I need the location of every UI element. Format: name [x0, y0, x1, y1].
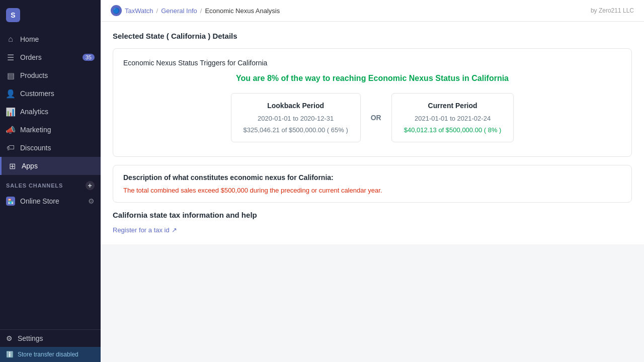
- description-text: The total combined sales exceed $500,000…: [123, 187, 621, 194]
- sidebar: S ⌂ Home ☰ Orders 35 ▤ Products 👤 Custom…: [0, 0, 101, 362]
- lookback-period-title: Lookback Period: [244, 102, 348, 110]
- orders-icon: ☰: [6, 53, 15, 62]
- sidebar-bottom: ⚙ Settings ℹ️ Store transfer disabled: [0, 329, 101, 362]
- taxwatch-icon: 🔵: [111, 5, 122, 16]
- add-channel-button[interactable]: +: [86, 181, 95, 190]
- sidebar-nav-item-discounts[interactable]: 🏷 Discounts: [0, 139, 101, 157]
- sidebar-logo: S: [0, 0, 101, 30]
- period-comparison: Lookback Period 2020-01-01 to 2020-12-31…: [123, 93, 621, 142]
- info-icon: ℹ️: [6, 351, 14, 358]
- nexus-status-text: You are 8% of the way to reaching Econom…: [123, 74, 621, 83]
- main-area: 🔵 TaxWatch / General Info / Economic Nex…: [101, 0, 644, 362]
- breadcrumb-sep-1: /: [156, 7, 158, 15]
- customers-icon: 👤: [6, 89, 15, 98]
- sales-channels-header: SALES CHANNELS +: [0, 175, 101, 192]
- breadcrumb-taxwatch[interactable]: TaxWatch: [125, 7, 153, 15]
- info-section: California state tax information and hel…: [113, 211, 632, 234]
- lookback-period-date: 2020-01-01 to 2020-12-31: [244, 115, 348, 122]
- register-tax-id-link[interactable]: Register for a tax id ↗: [113, 226, 177, 234]
- marketing-icon: 📣: [6, 125, 15, 134]
- channel-settings-icon[interactable]: ⚙: [88, 197, 95, 205]
- topbar-byline: by Zero211 LLC: [591, 7, 634, 14]
- settings-item[interactable]: ⚙ Settings: [0, 330, 101, 347]
- current-period-title: Current Period: [404, 102, 502, 110]
- nexus-status-card: Economic Nexus Status Triggers for Calif…: [113, 48, 632, 157]
- current-period-date: 2021-01-01 to 2021-02-24: [404, 115, 502, 122]
- info-section-title: California state tax information and hel…: [113, 211, 632, 219]
- products-icon: ▤: [6, 71, 15, 80]
- discounts-icon: 🏷: [6, 143, 15, 152]
- sidebar-nav-item-orders[interactable]: ☰ Orders 35: [0, 48, 101, 66]
- lookback-period-box: Lookback Period 2020-01-01 to 2020-12-31…: [231, 93, 361, 142]
- sidebar-nav-item-marketing[interactable]: 📣 Marketing: [0, 121, 101, 139]
- breadcrumb-general-info[interactable]: General Info: [161, 7, 197, 15]
- home-icon: ⌂: [6, 35, 15, 44]
- description-card: Description of what constitutes economic…: [113, 165, 632, 203]
- current-period-amount: $40,012.13 of $500,000.00 ( 8% ): [404, 126, 502, 134]
- sidebar-nav-item-home[interactable]: ⌂ Home: [0, 30, 101, 48]
- sidebar-nav-item-analytics[interactable]: 📊 Analytics: [0, 103, 101, 121]
- current-period-box: Current Period 2021-01-01 to 2021-02-24 …: [391, 93, 514, 142]
- sidebar-nav-item-products[interactable]: ▤ Products: [0, 66, 101, 84]
- or-divider: OR: [361, 114, 391, 122]
- breadcrumb: 🔵 TaxWatch / General Info / Economic Nex…: [111, 5, 280, 16]
- orders-badge: 35: [83, 54, 95, 61]
- content-inner: Selected State ( California ) Details Ec…: [101, 22, 644, 244]
- store-transfer-banner: ℹ️ Store transfer disabled: [0, 347, 101, 362]
- description-title: Description of what constitutes economic…: [123, 173, 621, 182]
- online-store-icon: 🏪: [6, 197, 15, 206]
- sidebar-logo-icon: S: [6, 8, 20, 22]
- settings-icon: ⚙: [6, 334, 13, 342]
- lookback-period-amount: $325,046.21 of $500,000.00 ( 65% ): [244, 126, 348, 134]
- breadcrumb-sep-2: /: [200, 7, 202, 15]
- page-section-title: Selected State ( California ) Details: [113, 32, 632, 40]
- main-content: Selected State ( California ) Details Ec…: [101, 22, 644, 362]
- sidebar-item-online-store[interactable]: 🏪 Online Store ⚙: [0, 192, 101, 210]
- apps-icon: ⊞: [8, 161, 17, 170]
- breadcrumb-current: Economic Nexus Analysis: [205, 7, 280, 15]
- analytics-icon: 📊: [6, 107, 15, 116]
- sidebar-nav-item-customers[interactable]: 👤 Customers: [0, 84, 101, 103]
- nexus-trigger-title: Economic Nexus Status Triggers for Calif…: [123, 59, 621, 67]
- topbar: 🔵 TaxWatch / General Info / Economic Nex…: [101, 0, 644, 22]
- sidebar-nav-item-apps[interactable]: ⊞ Apps: [0, 157, 101, 175]
- external-link-icon: ↗: [172, 226, 177, 234]
